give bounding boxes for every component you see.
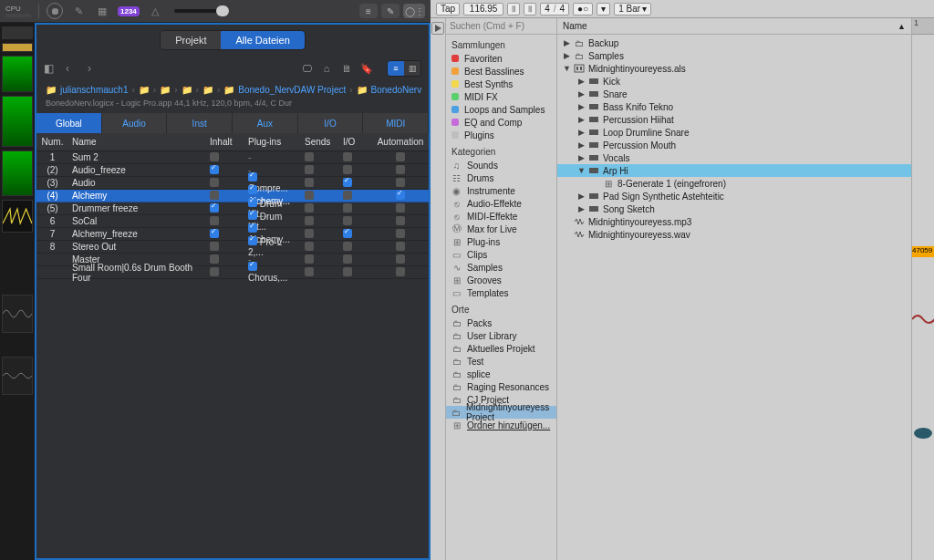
disclosure-triangle-icon[interactable]: ▶ [577, 77, 585, 86]
checkbox-icon[interactable] [248, 185, 257, 194]
category-item[interactable]: ⓂMax for Live [446, 223, 556, 235]
tab-project[interactable]: Projekt [161, 31, 221, 49]
disclosure-triangle-icon[interactable]: ▶ [577, 153, 585, 162]
category-item[interactable]: ☷Drums [446, 171, 556, 184]
nav-back-button[interactable]: ‹ [59, 62, 76, 75]
checkbox-icon[interactable] [305, 178, 314, 187]
category-item[interactable]: ⊞Plug-ins [446, 235, 556, 248]
checkbox-icon[interactable] [210, 152, 219, 161]
checkbox-icon[interactable] [305, 229, 314, 238]
bpm-field[interactable]: 116.95 [463, 3, 503, 16]
category-item[interactable]: ▭Clips [446, 248, 556, 261]
disclosure-triangle-icon[interactable]: ▶ [577, 102, 585, 111]
add-folder-button[interactable]: ⊞ Ordner hinzufügen... [446, 419, 556, 431]
disclosure-triangle-icon[interactable]: ▶ [577, 115, 585, 124]
checkbox-icon[interactable] [210, 267, 219, 276]
checkbox-icon[interactable] [343, 203, 352, 213]
checkbox-icon[interactable] [396, 216, 405, 225]
checkbox-icon[interactable] [396, 152, 405, 161]
checkbox-icon[interactable] [210, 229, 219, 238]
bookmark-icon[interactable]: 🔖 [359, 63, 374, 75]
category-item[interactable]: ◉Instrumente [446, 184, 556, 197]
checkbox-icon[interactable] [210, 203, 219, 213]
category-tab-i/o[interactable]: I/O [298, 113, 364, 133]
documents-icon[interactable]: 🗎 [339, 63, 354, 75]
checkbox-icon[interactable] [248, 198, 257, 207]
place-item[interactable]: 🗀Test [446, 355, 556, 368]
checkbox-icon[interactable] [248, 262, 257, 271]
checkbox-icon[interactable] [305, 165, 314, 174]
column-view-icon[interactable]: ▥ [404, 61, 420, 76]
disclosure-triangle-icon[interactable]: ▼ [577, 166, 585, 175]
col-inhalt[interactable]: Inhalt [206, 137, 244, 147]
collection-item[interactable]: Plugins [446, 129, 556, 141]
track-row[interactable]: 6SoCal Drum Kit... [36, 215, 429, 228]
tree-item[interactable]: ▶Bass Knifo Tekno [557, 100, 911, 113]
tree-item[interactable]: ▶🗀Backup [557, 36, 911, 49]
checkbox-icon[interactable] [210, 216, 219, 225]
disclosure-triangle-icon[interactable]: ▼ [563, 64, 570, 73]
record-icon[interactable]: ⏺ [47, 3, 63, 19]
collection-item[interactable]: EQ and Comp [446, 116, 556, 129]
checkbox-icon[interactable] [343, 165, 352, 174]
tree-item[interactable]: ▶Loop Drumline Snare [557, 126, 911, 139]
clip-icon[interactable]: ▦ [94, 3, 110, 19]
metronome-icon[interactable]: △ [147, 3, 163, 19]
zoom-slider[interactable] [174, 9, 229, 13]
disclosure-triangle-icon[interactable]: ▶ [563, 51, 570, 60]
breadcrumb-item[interactable]: julianschmauch1 [60, 85, 129, 95]
edit-icon[interactable]: ✎ [70, 3, 87, 19]
metronome-toggle[interactable]: ●○ [573, 3, 593, 16]
track-row[interactable]: Small Room|0.6s Drum Booth Four Chorus,.… [36, 266, 429, 279]
tree-item[interactable]: ▼Midnightinyoureyess.als [557, 62, 911, 75]
disclosure-triangle-icon[interactable]: ▶ [577, 204, 585, 213]
place-item[interactable]: 🗀User Library [446, 329, 556, 342]
tree-item[interactable]: ▼Arp Hi [557, 164, 911, 177]
checkbox-icon[interactable] [305, 254, 314, 264]
ruler[interactable]: 1 [912, 18, 934, 35]
computer-icon[interactable]: 🖵 [299, 63, 314, 75]
checkbox-icon[interactable] [343, 191, 352, 200]
tree-item[interactable]: ⊞8-Generate 1 (eingefroren) [557, 177, 911, 190]
list-icon[interactable]: ≡ [359, 4, 378, 18]
category-item[interactable]: ▭Templates [446, 286, 556, 299]
list-view-icon[interactable]: ≡ [388, 61, 404, 76]
checkbox-icon[interactable] [210, 254, 219, 264]
checkbox-icon[interactable] [343, 178, 352, 187]
checkbox-icon[interactable] [396, 191, 405, 200]
notes-icon[interactable]: ✎ [381, 4, 400, 18]
tree-item[interactable]: ▶🗀Samples [557, 49, 911, 62]
sort-arrow-icon[interactable]: ▲ [898, 22, 906, 31]
disclosure-triangle-icon[interactable]: ▶ [577, 89, 585, 99]
home-icon[interactable]: ⌂ [319, 63, 334, 75]
arrangement-clip[interactable]: 47059 [912, 246, 934, 257]
nudge-up-button[interactable]: ⦀ [524, 3, 536, 16]
col-automation[interactable]: Automation [372, 137, 429, 147]
metronome-menu[interactable]: ▾ [597, 3, 610, 16]
reveal-icon[interactable]: ◧ [44, 62, 54, 75]
category-tab-inst[interactable]: Inst [167, 113, 233, 133]
tree-item[interactable]: ▶Pad Sign Synthetic Astehteitic [557, 190, 911, 202]
tree-item[interactable]: ▶Percussion Hiihat [557, 113, 911, 126]
place-item[interactable]: 🗀Aktuelles Projekt [446, 342, 556, 355]
checkbox-icon[interactable] [305, 152, 314, 161]
quantize-menu[interactable]: 1 Bar ▾ [614, 3, 651, 16]
place-item[interactable]: 🗀Raging Resonances [446, 380, 556, 393]
tree-item[interactable]: ▶Vocals [557, 151, 911, 164]
breadcrumb-item[interactable]: BonedoNerv [371, 85, 422, 95]
checkbox-icon[interactable] [210, 165, 219, 174]
tree-item[interactable]: ▶Snare [557, 88, 911, 100]
preview-play-button[interactable] [431, 22, 444, 35]
checkbox-icon[interactable] [305, 267, 314, 276]
checkbox-icon[interactable] [343, 242, 352, 251]
timesig-num[interactable]: 4/4 [540, 3, 569, 16]
category-tab-aux[interactable]: Aux [233, 113, 298, 133]
tree-item[interactable]: Midnightinyoureyess.wav [557, 228, 911, 241]
category-item[interactable]: ⎋MIDI-Effekte [446, 210, 556, 223]
collection-item[interactable]: MIDI FX [446, 90, 556, 103]
collection-item[interactable]: Best Synths [446, 78, 556, 90]
category-tab-midi[interactable]: MIDI [363, 113, 429, 133]
checkbox-icon[interactable] [343, 267, 352, 276]
tree-item[interactable]: ▶Song Sketch [557, 202, 911, 215]
track-row[interactable]: (2)Audio_freeze- [36, 164, 429, 177]
